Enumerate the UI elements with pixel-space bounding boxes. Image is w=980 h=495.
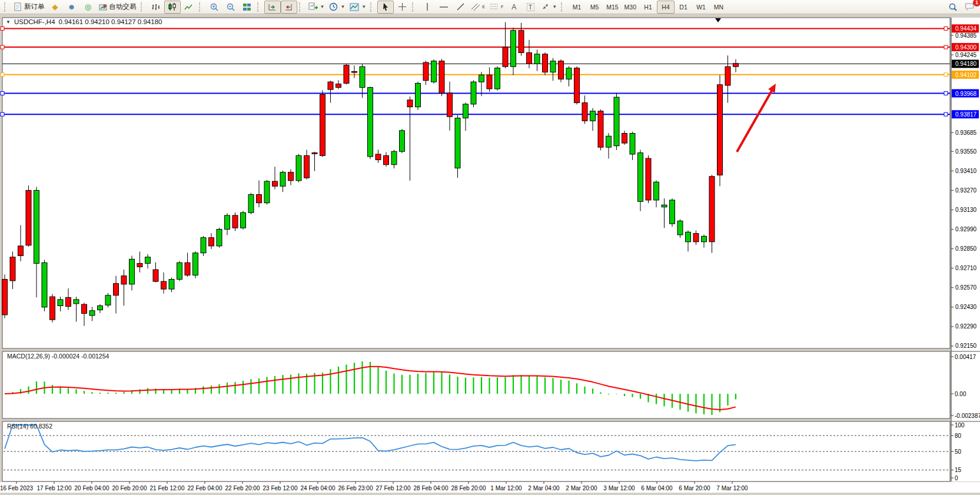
candle[interactable] [201, 238, 206, 253]
timeframe-h1-button[interactable]: H1 [639, 1, 657, 14]
channel-tool-button[interactable]: E [469, 1, 487, 14]
candle[interactable] [582, 103, 587, 121]
macd-pane[interactable] [2, 351, 950, 418]
text-label-tool-button[interactable]: T [522, 1, 539, 14]
candle[interactable] [511, 31, 516, 67]
candle[interactable] [288, 172, 294, 181]
candle[interactable] [58, 300, 63, 306]
candle[interactable] [503, 47, 508, 67]
main-pane[interactable] [2, 18, 950, 348]
candle[interactable] [368, 88, 373, 157]
candle[interactable] [241, 212, 246, 228]
candle[interactable] [360, 67, 365, 87]
candle[interactable] [391, 151, 397, 164]
candle[interactable] [82, 304, 87, 313]
candle[interactable] [463, 104, 469, 118]
candle[interactable] [662, 205, 667, 207]
candle[interactable] [10, 257, 15, 281]
candle[interactable] [376, 154, 381, 160]
candle[interactable] [400, 131, 405, 151]
candle[interactable] [177, 263, 182, 279]
candle[interactable] [328, 82, 333, 89]
candle[interactable] [670, 200, 675, 224]
candle[interactable] [121, 276, 127, 284]
chart-window-title[interactable]: ▼ USDCHF-,H4 0.94161 0.94210 0.94127 0.9… [6, 18, 162, 25]
rsi-pane[interactable] [2, 421, 950, 481]
candle[interactable] [273, 181, 278, 186]
candle[interactable] [26, 190, 31, 245]
candle[interactable] [574, 68, 580, 103]
candle[interactable] [257, 194, 262, 202]
candle[interactable] [225, 215, 230, 230]
templates-button[interactable]: ▼ [347, 1, 368, 14]
candle[interactable] [702, 236, 707, 241]
line-handle[interactable] [944, 112, 948, 116]
candle[interactable] [717, 85, 723, 175]
zoom-out-button[interactable] [222, 1, 239, 14]
candle[interactable] [598, 111, 603, 147]
candle[interactable] [487, 75, 492, 89]
line-handle[interactable] [944, 45, 948, 49]
candle[interactable] [42, 263, 47, 307]
candle[interactable] [185, 263, 190, 275]
candle[interactable] [638, 153, 643, 202]
candle[interactable] [89, 311, 95, 315]
candle[interactable] [677, 221, 683, 235]
collapse-toggle-icon[interactable]: ▼ [6, 19, 11, 25]
bar-chart-mode-button[interactable] [148, 1, 164, 14]
search-button[interactable] [945, 1, 961, 14]
candle[interactable] [559, 61, 564, 79]
candle[interactable] [646, 158, 651, 200]
timeframe-m1-button[interactable]: M1 [568, 1, 586, 14]
candle[interactable] [384, 155, 389, 164]
candle[interactable] [264, 181, 270, 203]
timeframe-m15-button[interactable]: M15 [603, 1, 621, 14]
notifications-button[interactable]: 1 [961, 1, 978, 14]
candle[interactable] [66, 297, 71, 306]
candle[interactable] [566, 68, 572, 79]
candle[interactable] [304, 155, 310, 178]
timeframe-m5-button[interactable]: M5 [586, 1, 603, 14]
chart-shift-button[interactable] [264, 1, 281, 14]
candle[interactable] [161, 281, 167, 289]
new-order-button[interactable]: 新订单 [11, 1, 47, 14]
candle[interactable] [193, 253, 198, 275]
candle[interactable] [519, 31, 524, 53]
auto-scroll-button[interactable] [281, 1, 297, 14]
line-handle[interactable] [1, 92, 4, 95]
candle[interactable] [296, 155, 301, 181]
candle[interactable] [479, 75, 484, 82]
candle[interactable] [98, 305, 103, 310]
candle[interactable] [606, 136, 612, 147]
candle[interactable] [709, 177, 715, 242]
cursor-tool-button[interactable] [377, 1, 394, 14]
periods-clock-button[interactable]: ▼ [327, 1, 347, 14]
candle[interactable] [733, 64, 739, 67]
crosshair-tool-button[interactable] [394, 1, 410, 14]
timeframe-m30-button[interactable]: M30 [622, 1, 639, 14]
candle[interactable] [336, 84, 341, 88]
candle[interactable] [471, 82, 476, 104]
candle[interactable] [543, 54, 548, 72]
vertical-line-tool-button[interactable] [419, 1, 436, 14]
candle[interactable] [630, 134, 635, 154]
candle[interactable] [693, 234, 699, 242]
candle[interactable] [407, 100, 413, 107]
price-chart[interactable]: 0.943850.942450.936850.935500.934100.932… [0, 0, 980, 495]
timeframe-mn-button[interactable]: MN [710, 1, 727, 14]
line-chart-mode-button[interactable] [181, 1, 197, 14]
line-handle[interactable] [1, 112, 4, 116]
candle[interactable] [18, 246, 24, 256]
candle[interactable] [320, 94, 325, 155]
candle[interactable] [280, 172, 285, 187]
add-indicator-button[interactable]: ▼ [306, 1, 327, 14]
timeframe-w1-button[interactable]: W1 [692, 1, 710, 14]
candle[interactable] [137, 263, 142, 267]
candle[interactable] [534, 54, 540, 64]
line-handle[interactable] [1, 26, 4, 30]
candle[interactable] [455, 118, 460, 168]
candle[interactable] [232, 215, 238, 228]
candle[interactable] [114, 284, 119, 295]
timeframe-h4-button[interactable]: H4 [657, 1, 675, 14]
candle[interactable] [495, 68, 500, 89]
